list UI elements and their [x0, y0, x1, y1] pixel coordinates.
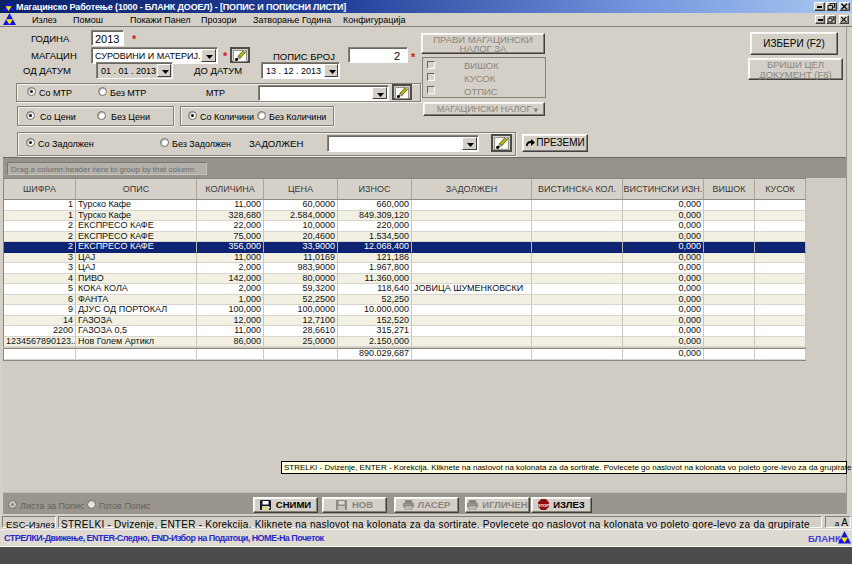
svg-text:STOP: STOP: [538, 503, 549, 508]
